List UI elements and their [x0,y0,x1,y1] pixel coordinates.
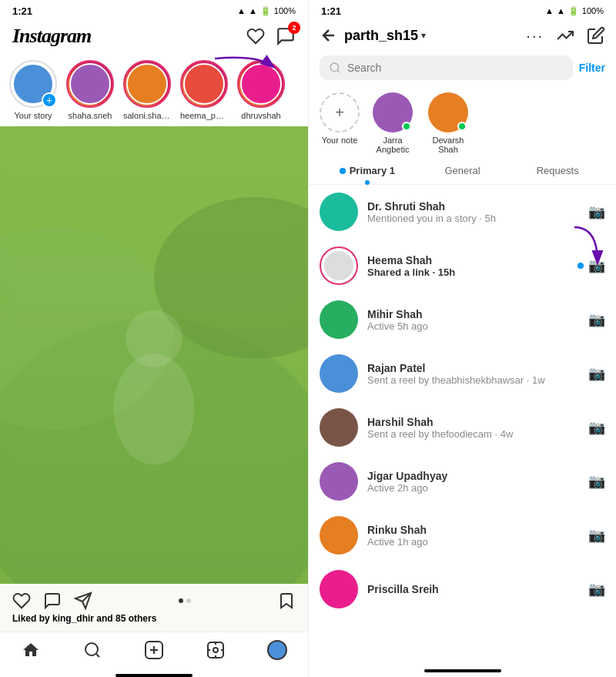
messenger-icon-wrap[interactable]: 2 [276,26,296,46]
msg-content-jigar: Jigar Upadhyay Active 2h ago [367,470,579,494]
bookmark-icon[interactable] [277,592,296,610]
bottom-nav [0,632,308,671]
story-item-your-story[interactable]: + Your story [9,60,57,120]
notes-row: + Your note Jarra Angbetic Devarsh Shah [309,86,616,157]
msg-right-rinku: 📷 [588,527,605,544]
home-indicator-left [116,674,192,677]
nav-profile[interactable] [260,638,294,662]
tab-general-label: General [444,165,480,176]
back-icon[interactable] [320,26,338,45]
activity-icon[interactable] [556,26,574,45]
like-icon[interactable] [12,592,31,610]
msg-avatar-priscilla [320,570,358,608]
msg-avatar-rinku [320,516,358,555]
battery-pct: 100% [274,6,296,15]
post-action-icons [12,592,296,610]
heart-icon[interactable] [246,27,265,45]
feed-area: Liked by king_dhir and 85 others [0,126,308,632]
purple-arrow-right [544,223,605,277]
header-icons: 2 [246,26,296,46]
liked-by-label: Liked by [12,613,52,624]
right-header: parth_sh15 ▾ ··· [309,22,616,49]
camera-icon-mihir: 📷 [588,311,605,328]
purple-arrow-left [211,51,280,82]
msg-preview-jigar: Active 2h ago [367,482,579,494]
battery-pct-right: 100% [582,6,604,15]
msg-content-priscilla: Priscilla Sreih [367,583,579,595]
msg-name-priscilla: Priscilla Sreih [367,583,579,595]
message-item-harshil[interactable]: Harshil Shah Sent a reel by thefoodiecam… [309,401,616,454]
right-header-title[interactable]: parth_sh15 ▾ [344,28,520,44]
svg-point-5 [114,354,195,464]
msg-avatar-shruti [320,193,358,231]
story-ring-saloni [123,60,171,108]
comment-icon[interactable] [43,592,62,610]
msg-content-rinku: Rinku Shah Active 1h ago [367,524,579,548]
message-item-jigar[interactable]: Jigar Upadhyay Active 2h ago 📷 [309,454,616,508]
tab-primary[interactable]: Primary 1 [320,157,415,184]
nav-profile-avatar [267,640,287,660]
story-item-saloni[interactable]: saloni.shah6... [123,60,171,120]
search-input[interactable] [347,62,564,74]
msg-name-mihir: Mihir Shah [367,308,579,320]
tab-general[interactable]: General [415,157,511,184]
msg-name-rajan: Rajan Patel [367,362,579,374]
msg-preview-harshil: Sent a reel by thefoodiecam · 4w [367,428,579,440]
camera-icon-rinku: 📷 [588,527,605,544]
msg-name-rinku: Rinku Shah [367,524,579,536]
story-avatar-wrap-your-story: + [9,60,57,108]
svg-line-10 [96,654,99,657]
nav-reels[interactable] [199,638,233,662]
dot-1 [179,598,183,603]
msg-avatar-mihir [320,300,358,339]
instagram-logo: Instagram [12,25,91,48]
msg-content-harshil: Harshil Shah Sent a reel by thefoodiecam… [367,416,579,440]
nav-add[interactable] [137,638,171,662]
msg-name-jigar: Jigar Upadhyay [367,470,579,482]
note-item-your-note[interactable]: + Your note [320,92,360,154]
msg-right-shruti: 📷 [588,203,605,220]
time-left: 1:21 [12,5,32,17]
liked-by-text: Liked by king_dhir and 85 others [12,610,296,627]
search-input-wrap[interactable] [320,55,573,80]
tab-requests[interactable]: Requests [510,157,605,184]
post-actions: Liked by king_dhir and 85 others [0,584,308,632]
nav-home[interactable] [14,638,48,662]
camera-icon-priscilla: 📷 [588,581,605,598]
story-add-button[interactable]: + [42,92,57,108]
nav-search[interactable] [75,638,109,662]
message-item-rajan[interactable]: Rajan Patel Sent a reel by theabhishekbh… [309,347,616,401]
camera-icon-jigar: 📷 [588,473,605,490]
message-item-mihir[interactable]: Mihir Shah Active 5h ago 📷 [309,293,616,347]
note-item-devarsh[interactable]: Devarsh Shah [426,92,470,154]
chevron-down-icon: ▾ [421,30,426,41]
right-panel: 1:21 ▲ ▲ 🔋 100% parth_sh15 ▾ ··· [308,0,616,677]
home-indicator-right [424,669,501,672]
compose-icon[interactable] [587,26,605,45]
story-avatar-wrap-shaha [66,60,114,108]
camera-icon-shruti: 📷 [588,203,605,220]
note-item-jarra[interactable]: Jarra Angbetic [370,92,415,154]
share-icon[interactable] [74,592,92,610]
story-item-shaha[interactable]: shaha.sneh [66,60,114,120]
story-label-saloni: saloni.shah6... [123,111,171,120]
msg-avatar-heema-msg [320,246,358,285]
wifi-icon-right: ▲ [557,6,565,15]
msg-right-priscilla: 📷 [588,581,605,598]
msg-avatar-jigar [320,462,358,501]
msg-name-shruti: Dr. Shruti Shah [367,200,579,213]
online-dot-jarra [402,122,411,131]
story-avatar-saloni [126,63,168,105]
camera-icon-rajan: 📷 [588,365,605,382]
msg-content-shruti: Dr. Shruti Shah Mentioned you in a story… [367,200,579,224]
more-icon[interactable]: ··· [526,27,544,45]
message-item-rinku[interactable]: Rinku Shah Active 1h ago 📷 [309,508,616,562]
message-item-priscilla[interactable]: Priscilla Sreih 📷 [309,562,616,616]
filter-button[interactable]: Filter [579,62,605,74]
msg-right-rajan: 📷 [588,365,605,382]
inbox-username: parth_sh15 [344,28,418,44]
story-avatar-wrap-saloni [123,60,171,108]
liked-user: king_dhir [52,613,94,624]
story-avatar-shaha [69,63,111,105]
svg-point-9 [85,643,98,655]
